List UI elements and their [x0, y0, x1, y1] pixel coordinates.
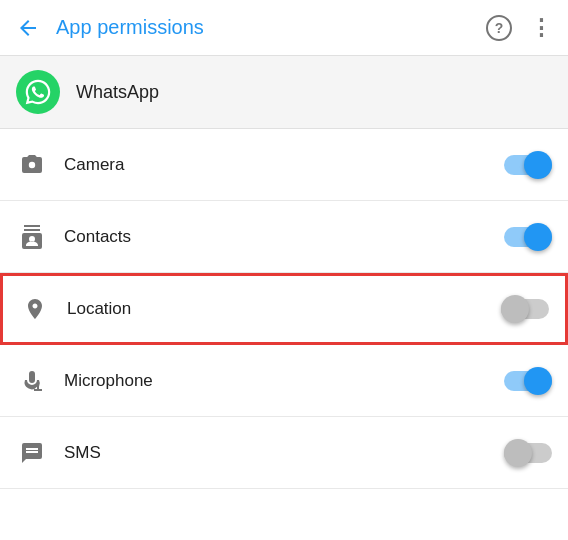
- app-info-row: WhatsApp: [0, 56, 568, 129]
- permission-row-contacts: Contacts: [0, 201, 568, 273]
- sms-icon: [16, 437, 48, 469]
- microphone-toggle-thumb: [524, 367, 552, 395]
- camera-toggle[interactable]: [504, 151, 552, 179]
- permission-row-camera: Camera: [0, 129, 568, 201]
- contacts-toggle[interactable]: [504, 223, 552, 251]
- sms-toggle-thumb: [504, 439, 532, 467]
- app-logo: [16, 70, 60, 114]
- location-label: Location: [67, 299, 501, 319]
- microphone-toggle[interactable]: [504, 367, 552, 395]
- location-icon: [19, 293, 51, 325]
- sms-label: SMS: [64, 443, 504, 463]
- camera-toggle-thumb: [524, 151, 552, 179]
- app-name: WhatsApp: [76, 82, 159, 103]
- permission-row-sms: SMS: [0, 417, 568, 489]
- microphone-icon: [16, 365, 48, 397]
- contacts-toggle-thumb: [524, 223, 552, 251]
- camera-icon: [16, 149, 48, 181]
- permission-row-location: Location: [0, 273, 568, 345]
- contacts-label: Contacts: [64, 227, 504, 247]
- contacts-icon: [16, 221, 48, 253]
- location-toggle-thumb: [501, 295, 529, 323]
- microphone-label: Microphone: [64, 371, 504, 391]
- help-icon[interactable]: ?: [486, 15, 512, 41]
- app-header: App permissions ? ⋮: [0, 0, 568, 56]
- camera-label: Camera: [64, 155, 504, 175]
- permission-row-microphone: Microphone: [0, 345, 568, 417]
- location-toggle[interactable]: [501, 295, 549, 323]
- header-actions: ? ⋮: [486, 15, 552, 41]
- phone-container: App permissions ? ⋮ WhatsApp Camera Cont…: [0, 0, 568, 540]
- back-button[interactable]: [16, 16, 40, 40]
- more-options-icon[interactable]: ⋮: [530, 15, 552, 41]
- page-title: App permissions: [56, 16, 486, 39]
- sms-toggle[interactable]: [504, 439, 552, 467]
